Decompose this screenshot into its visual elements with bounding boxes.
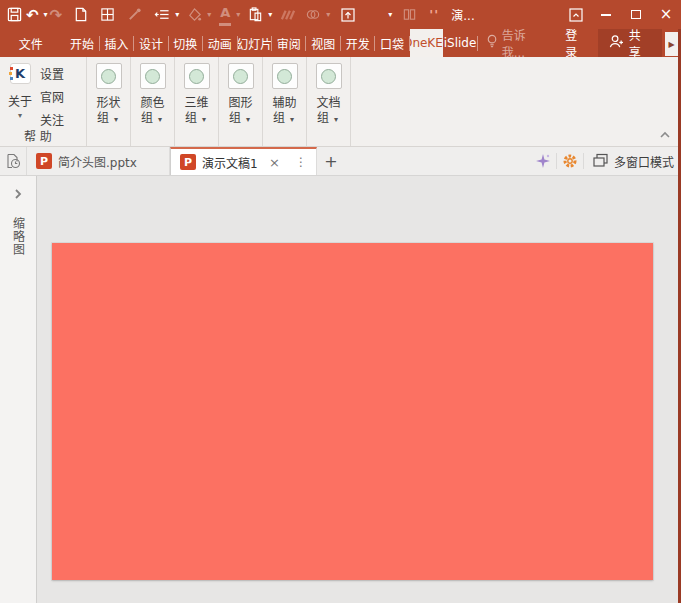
dropdown-caret-icon: ▾ — [246, 115, 250, 124]
ribbon-tab-onekey[interactable]: OneKEY — [410, 29, 443, 57]
new-tab-button[interactable]: + — [317, 147, 345, 175]
group-label: 组 — [229, 111, 241, 125]
paste-icon[interactable] — [248, 4, 263, 26]
doc-tab-1[interactable]: P 简介头图.pptx — [27, 147, 170, 175]
group-button-color[interactable]: 颜色 组 ▾ — [131, 57, 175, 146]
group-button-shape[interactable]: 形状 组 ▾ — [87, 57, 131, 146]
slide[interactable] — [52, 243, 653, 580]
link-settings[interactable]: 设置 — [40, 64, 64, 87]
dropdown-caret-icon: ▾ — [290, 115, 294, 124]
ribbon-tab-design[interactable]: 设计 — [134, 29, 167, 57]
group-button-assist[interactable]: 辅助 组 ▾ — [263, 57, 307, 146]
ribbon-tab-developer[interactable]: 开发 — [341, 29, 374, 57]
onekey-logo-icon: K — [10, 63, 31, 84]
group-label: 辅助 — [272, 96, 296, 110]
group-button-3d[interactable]: 三维 组 ▾ — [175, 57, 219, 146]
minimize-button[interactable] — [591, 0, 621, 29]
theme-colors-icon[interactable] — [368, 4, 383, 26]
tell-me-search[interactable]: 告诉我... — [478, 29, 556, 57]
brush-icon — [280, 4, 295, 26]
group-button-graphic[interactable]: 图形 组 ▾ — [219, 57, 263, 146]
ink-fill-caret-icon: ▾ — [207, 10, 211, 19]
ribbon-tab-animation[interactable]: 动画 — [203, 29, 236, 57]
shape-group-icon — [96, 63, 122, 89]
group-label: 组 — [273, 111, 285, 125]
ribbon-options-icon[interactable] — [561, 0, 591, 29]
save-icon[interactable] — [7, 4, 22, 26]
multi-window-icon — [592, 152, 609, 171]
ink-fill-icon — [187, 4, 202, 26]
ribbon-tab-slideshow[interactable]: 幻灯片 — [238, 29, 271, 57]
merge-shapes-icon — [305, 4, 321, 26]
share-button[interactable]: 共享 — [598, 29, 662, 57]
doc-tab-title: 演示文稿1 — [202, 154, 258, 171]
expand-pane-icon[interactable] — [13, 188, 23, 203]
document-tab-bar: P 简介头图.pptx P 演示文稿1 × ⋮ + — [0, 147, 681, 176]
help-section-label: 帮 助 — [24, 127, 52, 144]
group-label: 组 — [97, 111, 109, 125]
window-controls: × — [561, 0, 681, 29]
group-label: 形状 — [96, 96, 120, 110]
dropdown-caret-icon: ▾ — [202, 115, 206, 124]
settings-gear-icon[interactable] — [557, 153, 583, 169]
fit-window-icon[interactable] — [340, 4, 356, 26]
share-label: 共享 — [629, 26, 652, 60]
title-bar: ↶ ▾ ↷ ▾ ▾ A ▾ — [0, 0, 681, 29]
tell-me-label: 告诉我... — [502, 26, 548, 60]
ribbon-tab-view[interactable]: 视图 — [306, 29, 339, 57]
main-area: 缩略图 — [0, 176, 681, 603]
link-website[interactable]: 官网 — [40, 87, 64, 110]
ribbon-tab-file[interactable]: 文件 — [8, 29, 53, 57]
powerpoint-file-icon: P — [180, 154, 196, 170]
group-label: 组 — [317, 111, 329, 125]
paste-caret-icon[interactable]: ▾ — [268, 10, 272, 19]
close-tab-icon[interactable]: × — [269, 155, 280, 170]
paragraph-icon[interactable] — [154, 4, 170, 26]
ribbon-tab-pocket[interactable]: 口袋 — [375, 29, 408, 57]
arrange-icon — [402, 4, 417, 26]
redo-icon: ↷ — [50, 4, 63, 26]
group-label: 三维 — [184, 96, 208, 110]
maximize-button[interactable] — [621, 0, 651, 29]
undo-icon[interactable]: ↶ — [26, 4, 39, 26]
doc-tab-title: 简介头图.pptx — [58, 153, 137, 170]
recent-documents-icon[interactable] — [0, 147, 27, 175]
about-label: 关于 — [8, 92, 32, 109]
3d-group-icon — [184, 63, 210, 89]
group-label: 颜色 — [140, 96, 164, 110]
login-button[interactable]: 登录 — [556, 29, 598, 57]
thumbnail-pane-collapsed: 缩略图 — [0, 176, 37, 603]
dropdown-caret-icon: ▾ — [334, 115, 338, 124]
dropdown-caret-icon: ▾ — [158, 115, 162, 124]
ribbon-tab-home[interactable]: 开始 — [65, 29, 98, 57]
ribbon: K 关于 ▾ 设置 官网 关注 形状 组 ▾ 颜色 组 ▾ 三维 组 ▾ — [0, 57, 681, 147]
window-title: 演... — [451, 6, 474, 23]
about-caret-icon: ▾ — [18, 111, 22, 120]
group-button-document[interactable]: 文档 组 ▾ — [307, 57, 351, 146]
grid-view-icon[interactable] — [100, 4, 115, 26]
magic-wand-icon[interactable] — [530, 153, 556, 169]
theme-colors-caret-icon[interactable]: ▾ — [388, 10, 392, 19]
ribbon-tab-islide[interactable]: iSlide — [443, 29, 476, 57]
merge-shapes-caret-icon: ▾ — [326, 10, 330, 19]
collapse-ribbon-icon[interactable] — [658, 129, 672, 143]
tab-menu-icon[interactable]: ⋮ — [295, 155, 307, 169]
tab-bar-tools: 多窗口模式 — [530, 147, 681, 175]
multi-window-label: 多窗口模式 — [614, 153, 674, 170]
multi-window-button[interactable]: 多窗口模式 — [584, 152, 674, 171]
close-button[interactable]: × — [651, 0, 681, 29]
ribbon-tab-insert[interactable]: 插入 — [100, 29, 133, 57]
paragraph-caret-icon[interactable]: ▾ — [175, 10, 179, 19]
new-document-icon[interactable] — [74, 4, 88, 26]
ribbon-tab-transition[interactable]: 切换 — [169, 29, 202, 57]
doc-tab-2[interactable]: P 演示文稿1 × ⋮ — [170, 147, 317, 175]
font-color-icon: A — [219, 4, 231, 26]
tab-overflow-icon[interactable]: ▶ — [665, 32, 678, 56]
person-plus-icon — [608, 34, 624, 52]
assist-group-icon — [272, 63, 298, 89]
ribbon-tab-review[interactable]: 审阅 — [272, 29, 305, 57]
ribbon-tab-row: 文件 开始 插入 设计 切换 动画 幻灯片 审阅 视图 开发 口袋 OneKEY… — [0, 29, 681, 57]
undo-caret-icon[interactable]: ▾ — [44, 10, 48, 19]
thumbnail-pane-label[interactable]: 缩略图 — [10, 217, 27, 256]
quotes-icon: '' — [429, 4, 439, 26]
